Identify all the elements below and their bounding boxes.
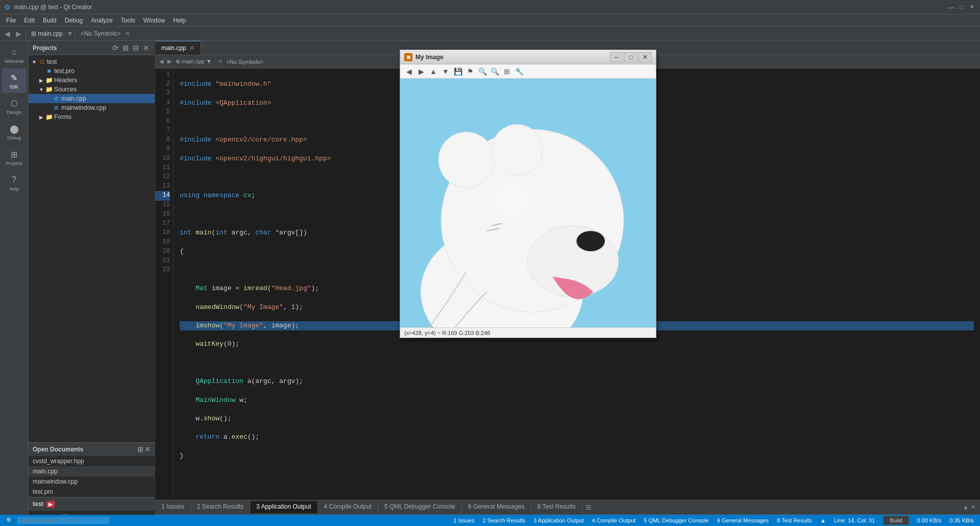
menu-item-help[interactable]: Help [169,16,190,25]
bottom-close-icon[interactable]: ✕ [971,504,976,511]
tree-expand-sources[interactable]: ▼ [38,87,45,92]
tab-app-output[interactable]: 3 Application Output [250,501,317,513]
sidebar-welcome[interactable]: ⌂ Welcome [2,43,27,67]
close-button[interactable]: ✕ [968,3,976,11]
statusbar-search[interactable]: 2 Search Results [482,517,525,523]
tree-item-test-pro[interactable]: ■ test.pro [29,66,155,76]
debug-section-header: test ▶ [29,497,155,511]
menu-item-debug[interactable]: Debug [61,16,87,25]
open-docs-header[interactable]: Open Documents ⊞ ✕ [29,443,155,456]
statusbar-qml[interactable]: 5 QML Debugger Console [644,517,708,523]
tab-general[interactable]: 6 General Messages [462,501,531,513]
tree-expand-test[interactable]: ▼ [31,59,38,65]
tab-close-main-cpp[interactable]: ✕ [189,44,194,52]
img-flag-button[interactable]: ⚑ [464,66,476,77]
statusbar-test[interactable]: 8 Test Results [777,517,812,523]
img-fit-button[interactable]: ⊞ [501,66,512,77]
tree-item-sources[interactable]: ▼ 📁 Sources [29,85,155,94]
tab-search-results[interactable]: 2 Search Results [191,501,250,513]
bottom-expand-icon[interactable]: ▲ [963,504,969,511]
tree-expand-forms[interactable]: ▶ [38,114,45,120]
menu-item-build[interactable]: Build [39,16,61,25]
menu-item-edit[interactable]: Edit [20,16,39,25]
code-line-20: return a.exec(); [180,433,974,442]
statusbar-compile[interactable]: 4 Compile Output [592,517,636,523]
nav-back-button[interactable]: ◀ [2,29,12,39]
statusbar-appoutput[interactable]: 3 Application Output [533,517,583,523]
code-line-18: MainWindow w; [180,396,974,405]
sync-icon[interactable]: ⟳ [111,43,120,53]
image-window[interactable]: ▣ My Image ─ □ ✕ ◀ ▶ ▲ ▼ 💾 ⚑ 🔍 🔍 ⊞ 🔧 [400,50,656,338]
img-forward-button[interactable]: ▶ [415,66,427,77]
img-settings-button[interactable]: 🔧 [513,66,525,77]
image-titlebar-left: ▣ My Image [404,53,444,61]
menu-item-file[interactable]: File [2,16,20,25]
statusbar-speed2: 0.35 KB/s [949,517,974,523]
tree-item-test[interactable]: ▼ ⊙ test [29,57,155,66]
tab-qml[interactable]: 5 QML Debugger Console [378,501,462,513]
tree-item-headers[interactable]: ▶ 📁 Headers [29,76,155,85]
svg-point-6 [576,231,605,251]
doc-item-testpro[interactable]: test.pro [29,487,155,497]
open-docs-expand[interactable]: ⊞ [137,445,143,453]
image-close-button[interactable]: ✕ [639,52,652,62]
menu-item-window[interactable]: Window [139,16,169,25]
collapse-all-icon[interactable]: ⊟ [131,43,140,53]
tree-item-mainwindow-cpp[interactable]: ⊕ mainwindow.cpp [29,103,155,112]
img-down-button[interactable]: ▼ [440,66,451,77]
image-minimize-button[interactable]: ─ [610,52,623,62]
sidebar-help[interactable]: ? Help [2,171,27,195]
debug-run-label: test [33,500,43,508]
img-zoom-out-button[interactable]: 🔍 [489,66,500,77]
editor-tab-main-cpp[interactable]: main.cpp ✕ [155,41,201,55]
tree-item-main-cpp[interactable]: ⊕ main.cpp [29,94,155,103]
nav-forward-button[interactable]: ▶ [13,29,23,39]
symbol-close[interactable]: ✕ [218,58,223,65]
main-toolbar: ◀ ▶ ⊞ main.cpp ▼ <No Symbols> ✕ [0,27,980,41]
doc-item-mainwindow[interactable]: mainwindow.cpp [29,476,155,487]
tab-issues[interactable]: 1 Issues [155,501,191,513]
img-save-button[interactable]: 💾 [452,66,463,77]
more-tabs-icon[interactable]: ⊞ [582,501,595,513]
sidebar-design[interactable]: ⬡ Design [2,94,27,118]
img-up-button[interactable]: ▲ [428,66,439,77]
nav-fwd-btn-small[interactable]: ▶ [167,58,172,65]
maximize-button[interactable]: □ [958,3,966,11]
toolbar-separator-1 [26,29,26,38]
minimize-button[interactable]: — [947,3,955,11]
doc-item-main[interactable]: main.cpp [29,466,155,476]
statusbar-triangle[interactable]: ▲ [820,517,826,523]
project-panel-header: Projects ⟳ ⊞ ⊟ ✕ [29,41,155,55]
tab-compile-output[interactable]: 4 Compile Output [318,501,378,513]
menu-item-tools[interactable]: Tools [117,16,139,25]
sidebar-debug[interactable]: ⬤ Debug [2,119,27,144]
statusbar-locate-input[interactable] [17,517,109,524]
sidebar-projects[interactable]: ⊞ Projects [2,145,27,170]
build-button[interactable]: Build [883,516,909,525]
open-docs-close[interactable]: ✕ [144,445,151,453]
file-dropdown-arrow[interactable]: ▼ [67,30,73,37]
img-zoom-in-button[interactable]: 🔍 [477,66,488,77]
tree-expand-headers[interactable]: ▶ [38,78,45,83]
titlebar-title: main.cpp @ test - Qt Creator [14,4,92,11]
sidebar-edit[interactable]: ✎ Edit [2,68,27,93]
nav-back-btn-small[interactable]: ◀ [159,58,163,65]
statusbar-general[interactable]: 6 General Messages [717,517,769,523]
statusbar-issues[interactable]: 1 Issues [454,517,475,523]
open-docs-controls: ⊞ ✕ [137,445,151,453]
expand-all-icon[interactable]: ⊞ [121,43,130,53]
close-tab-icon[interactable]: ✕ [125,30,130,37]
titlebar-left: ⚙ main.cpp @ test - Qt Creator [4,3,92,11]
doc-item-cvstd[interactable]: cvstd_wrapper.hpp [29,456,155,466]
menu-item-analyze[interactable]: Analyze [87,16,117,25]
close-panel-icon[interactable]: ✕ [141,43,151,53]
image-maximize-button[interactable]: □ [624,52,638,62]
tree-item-forms[interactable]: ▶ 📁 Forms [29,112,155,122]
image-content [400,79,656,327]
img-back-button[interactable]: ◀ [403,66,414,77]
project-panel-title: Projects [33,44,57,52]
symbol-dropdown[interactable]: ⊕ main.cpp ▼ [176,58,212,65]
bottom-tab-bar: 1 Issues 2 Search Results 3 Application … [155,500,980,515]
tab-test-results[interactable]: 8 Test Results [531,501,582,513]
statusbar-locate-icon: 🔍 [6,517,13,524]
